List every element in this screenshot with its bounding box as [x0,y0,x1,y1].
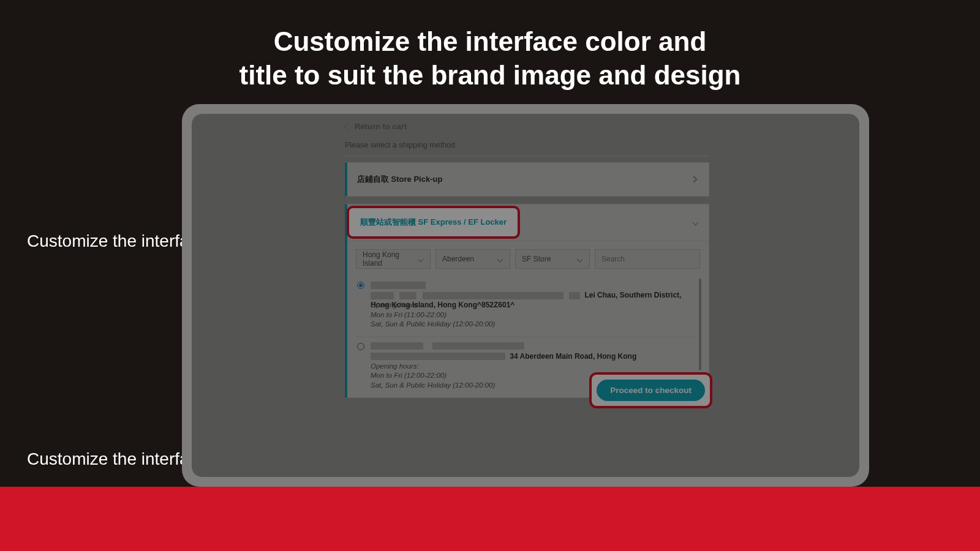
return-to-cart-link[interactable]: Return to cart [345,122,709,131]
chevron-right-icon [690,176,697,182]
type-value: SF Store [522,255,551,263]
opening-hours-weekend: Sat, Sun & Public Holiday (12:00-20:00) [371,381,695,391]
type-select[interactable]: SF Store [515,249,590,269]
location-option[interactable]: Lei Chau, Southern District, Hong Kong I… [356,276,696,337]
chevron-down-icon [693,219,699,225]
district-select[interactable]: Aberdeen [435,249,510,269]
chevron-down-icon [497,256,503,262]
radio-selected-icon[interactable] [357,282,364,289]
district-value: Aberdeen [442,255,474,263]
heading-line-1: Customize the interface color and [274,26,707,56]
shipping-instruction: Please select a shipping method [345,141,709,156]
chevron-down-icon [577,256,583,262]
location-list: Lei Chau, Southern District, Hong Kong I… [356,276,700,397]
shipping-method-sf-express: 順豐站或智能櫃 SF Express / EF Locker Hong Kong… [345,204,709,398]
opening-hours-weekend: Sat, Sun & Public Holiday (12:00-20:00) [371,320,695,329]
opening-hours-weekday: Mon to Fri (11:00-22:00) [371,310,695,320]
location-search-input[interactable] [595,249,700,269]
method-title: 店鋪自取 Store Pick-up [357,174,442,185]
bottom-red-bar [0,487,980,551]
sf-title-highlight: 順豐站或智能櫃 SF Express / EF Locker [347,206,520,239]
location-address: 34 Aberdeen Main Road, Hong Kong [510,352,636,361]
device-frame: Return to cart Please select a shipping … [182,104,869,487]
location-option[interactable]: 34 Aberdeen Main Road, Hong Kong Opening… [356,337,696,398]
chevron-left-icon [344,123,350,130]
radio-unselected-icon[interactable] [357,343,364,350]
return-label: Return to cart [355,122,407,131]
device-screen: Return to cart Please select a shipping … [192,114,859,477]
opening-hours-label: Opening hours: [371,362,695,372]
checkout-panel: Return to cart Please select a shipping … [345,122,709,477]
sf-method-header[interactable]: 順豐站或智能櫃 SF Express / EF Locker [347,204,709,240]
page-heading: Customize the interface color and title … [0,24,980,92]
sf-title: 順豐站或智能櫃 SF Express / EF Locker [360,217,507,227]
opening-hours-weekday: Mon to Fri (12:00-22:00) [371,371,695,381]
heading-line-2: title to suit the brand image and design [239,60,741,90]
scrollbar-thumb[interactable] [699,279,701,370]
filter-row: Hong Kong Island Aberdeen SF Store [356,249,700,269]
location-body: 34 Aberdeen Main Road, Hong Kong Opening… [371,341,695,391]
location-body: Lei Chau, Southern District, Hong Kong I… [371,280,695,329]
region-value: Hong Kong Island [363,250,418,268]
region-select[interactable]: Hong Kong Island [356,249,431,269]
shipping-method-store-pickup[interactable]: 店鋪自取 Store Pick-up [345,162,709,197]
sf-method-body: Hong Kong Island Aberdeen SF Store [347,240,709,397]
